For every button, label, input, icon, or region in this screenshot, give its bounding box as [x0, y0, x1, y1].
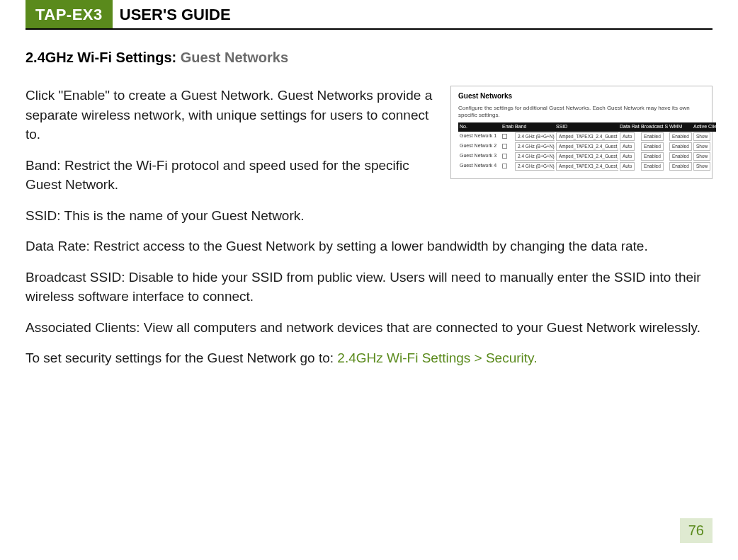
body-area: Click "Enable" to create a Guest Network…: [25, 86, 713, 206]
cell-wmm: Enabled: [668, 142, 692, 152]
cell-bcast: Enabled: [640, 152, 668, 161]
cell-ssid: Amped_TAPEX3_2.4_Guest_3: [555, 152, 618, 161]
para-band: Band: Restrict the Wi-Fi protocol and sp…: [25, 156, 433, 195]
col-no: No.: [458, 122, 501, 131]
bcast-select[interactable]: Enabled: [641, 152, 664, 161]
figure-subtitle: Configure the settings for additional Gu…: [458, 105, 705, 118]
cell-clients: Show: [692, 142, 716, 152]
ssid-input[interactable]: Amped_TAPEX3_2.4_Guest: [556, 132, 618, 141]
page-container: TAP-EX3 USER'S GUIDE 2.4GHz Wi-Fi Settin…: [0, 0, 738, 560]
cell-band: 2.4 GHz (B+G+N): [513, 142, 555, 152]
checkbox-icon[interactable]: [502, 144, 507, 149]
col-bcast: Broadcast SSID: [640, 122, 668, 131]
col-rate: Data Rate: [618, 122, 640, 131]
checkbox-icon[interactable]: [502, 164, 507, 168]
cell-band: 2.4 GHz (B+G+N): [513, 161, 555, 171]
show-button[interactable]: Show: [693, 162, 710, 171]
cell-enable: [501, 161, 513, 171]
cell-enable: [501, 152, 513, 161]
para-intro: Click "Enable" to create a Guest Network…: [25, 86, 433, 144]
rate-select[interactable]: Auto: [620, 152, 635, 161]
cell-clients: Show: [692, 132, 716, 142]
wmm-select[interactable]: Enabled: [669, 142, 692, 151]
text-column: Click "Enable" to create a Guest Network…: [25, 86, 433, 206]
figure-table: No. Enable Band SSID Data Rate Broadcast…: [458, 122, 716, 171]
cell-wmm: Enabled: [668, 161, 692, 171]
wmm-select[interactable]: Enabled: [669, 152, 692, 161]
band-select[interactable]: 2.4 GHz (B+G+N): [515, 142, 555, 151]
cell-clients: Show: [692, 161, 716, 171]
figure-table-row: Guest Network 32.4 GHz (B+G+N)Amped_TAPE…: [458, 152, 716, 161]
page-number-badge: 76: [680, 518, 713, 543]
cell-wmm: Enabled: [668, 132, 692, 142]
figure-table-row: Guest Network 42.4 GHz (B+G+N)Amped_TAPE…: [458, 161, 716, 171]
rate-select[interactable]: Auto: [620, 142, 635, 151]
figure-table-row: Guest Network 12.4 GHz (B+G+N)Amped_TAPE…: [458, 132, 716, 142]
band-select[interactable]: 2.4 GHz (B+G+N): [515, 162, 555, 171]
bcast-select[interactable]: Enabled: [641, 162, 664, 171]
cell-rate: Auto: [618, 142, 640, 152]
cell-no: Guest Network 2: [458, 142, 501, 152]
cell-no: Guest Network 4: [458, 161, 501, 171]
show-button[interactable]: Show: [693, 142, 710, 151]
ssid-input[interactable]: Amped_TAPEX3_2.4_Guest_2: [556, 142, 618, 151]
ssid-input[interactable]: Amped_TAPEX3_2.4_Guest_3: [556, 152, 618, 161]
cell-no: Guest Network 3: [458, 152, 501, 161]
cell-ssid: Amped_TAPEX3_2.4_Guest_2: [555, 142, 618, 152]
para-ssid: SSID: This is the name of your Guest Net…: [25, 206, 713, 226]
wmm-select[interactable]: Enabled: [669, 132, 692, 141]
figure-table-header-row: No. Enable Band SSID Data Rate Broadcast…: [458, 122, 716, 131]
col-enable: Enable: [501, 122, 513, 131]
wmm-select[interactable]: Enabled: [669, 162, 692, 171]
para-security: To set security settings for the Guest N…: [25, 348, 713, 368]
cell-no: Guest Network 1: [458, 132, 501, 142]
cell-ssid: Amped_TAPEX3_2.4_Guest_4: [555, 161, 618, 171]
figure-table-row: Guest Network 22.4 GHz (B+G+N)Amped_TAPE…: [458, 142, 716, 152]
bcast-select[interactable]: Enabled: [641, 132, 664, 141]
col-ssid: SSID: [555, 122, 618, 131]
guest-networks-figure: Guest Networks Configure the settings fo…: [450, 86, 713, 179]
cell-bcast: Enabled: [640, 142, 668, 152]
section-heading: 2.4GHz Wi-Fi Settings: Guest Networks: [25, 50, 713, 66]
cell-ssid: Amped_TAPEX3_2.4_Guest: [555, 132, 618, 142]
col-wmm: WMM: [668, 122, 692, 131]
cell-clients: Show: [692, 152, 716, 161]
para-security-prefix: To set security settings for the Guest N…: [25, 350, 337, 365]
para-associated: Associated Clients: View all computers a…: [25, 318, 713, 338]
show-button[interactable]: Show: [693, 152, 710, 161]
guide-title: USER'S GUIDE: [113, 0, 231, 28]
cell-bcast: Enabled: [640, 161, 668, 171]
band-select[interactable]: 2.4 GHz (B+G+N): [515, 132, 555, 141]
section-title-main: 2.4GHz Wi-Fi Settings:: [25, 50, 176, 65]
col-clients: Active Client List: [692, 122, 716, 131]
product-tab: TAP-EX3: [25, 0, 113, 28]
show-button[interactable]: Show: [693, 132, 710, 141]
cell-rate: Auto: [618, 132, 640, 142]
bcast-select[interactable]: Enabled: [641, 142, 664, 151]
figure-title: Guest Networks: [458, 92, 705, 101]
cell-enable: [501, 142, 513, 152]
cell-wmm: Enabled: [668, 152, 692, 161]
cell-enable: [501, 132, 513, 142]
checkbox-icon[interactable]: [502, 154, 507, 159]
rate-select[interactable]: Auto: [620, 162, 635, 171]
checkbox-icon[interactable]: [502, 134, 507, 139]
cell-band: 2.4 GHz (B+G+N): [513, 152, 555, 161]
rate-select[interactable]: Auto: [620, 132, 635, 141]
section-title-sub: Guest Networks: [181, 50, 288, 65]
band-select[interactable]: 2.4 GHz (B+G+N): [515, 152, 555, 161]
cell-rate: Auto: [618, 152, 640, 161]
cell-bcast: Enabled: [640, 132, 668, 142]
security-link[interactable]: 2.4GHz Wi-Fi Settings > Security.: [337, 350, 537, 365]
cell-rate: Auto: [618, 161, 640, 171]
para-datarate: Data Rate: Restrict access to the Guest …: [25, 236, 713, 256]
cell-band: 2.4 GHz (B+G+N): [513, 132, 555, 142]
page-header: TAP-EX3 USER'S GUIDE: [25, 0, 713, 30]
ssid-input[interactable]: Amped_TAPEX3_2.4_Guest_4: [556, 162, 618, 171]
col-band: Band: [513, 122, 555, 131]
para-broadcast: Broadcast SSID: Disable to hide your SSI…: [25, 268, 713, 307]
